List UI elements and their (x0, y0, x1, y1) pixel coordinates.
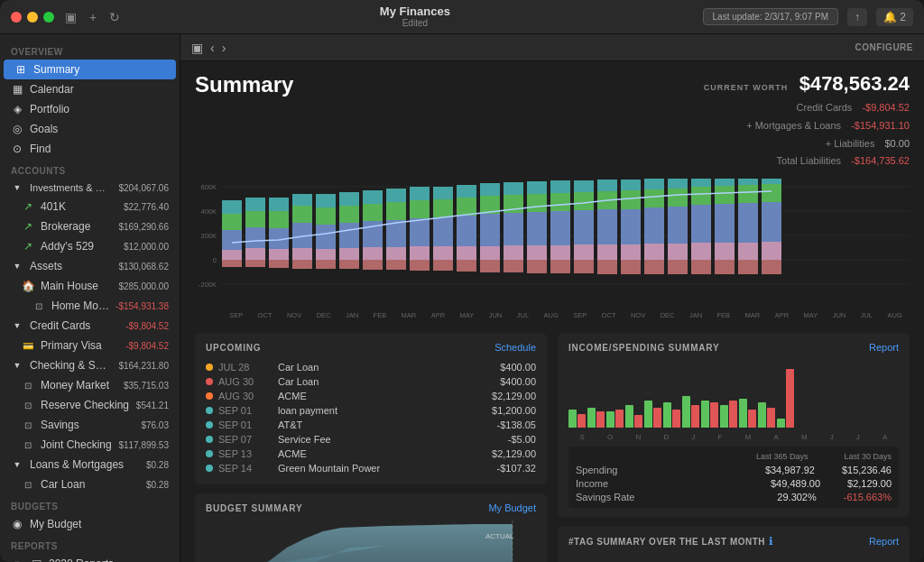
bar-group (720, 401, 737, 428)
upcoming-dot (206, 407, 213, 414)
sidebar-item-carloan[interactable]: ⊡ Car Loan $0.28 (0, 474, 180, 494)
sidebar-item-label: Joint Checking (41, 438, 112, 451)
sidebar-item-savings[interactable]: ⊡ Savings $76.03 (0, 415, 180, 435)
upcoming-date: SEP 13 (218, 448, 273, 459)
svg-rect-18 (269, 249, 289, 260)
tag-info-icon[interactable]: ℹ (769, 535, 773, 548)
sidebar-item-creditcards[interactable]: ▼ Credit Cards -$9,804.52 (0, 316, 180, 336)
svg-text:-200K: -200K (199, 281, 217, 289)
sidebar-toggle-btn[interactable]: ▣ (191, 41, 203, 55)
svg-rect-55 (480, 214, 500, 246)
svg-rect-104 (762, 184, 781, 202)
svg-rect-126 (691, 260, 711, 274)
svg-rect-123 (621, 260, 641, 274)
upcoming-dot (206, 465, 213, 472)
sidebar-item-calendar[interactable]: ▦ Calendar (0, 79, 180, 99)
tag-title-group: #TAG SUMMARY over the last month ℹ (568, 535, 773, 548)
upcoming-name: loan payment (278, 405, 486, 416)
my-budget-link[interactable]: My Budget (488, 502, 536, 513)
sidebar-item-find[interactable]: ⊙ Find (0, 139, 180, 159)
svg-rect-90 (691, 243, 711, 260)
svg-rect-48 (433, 199, 453, 217)
sidebar-item-529[interactable]: ↗ Addy's 529 $12,000.00 (0, 236, 180, 256)
bar-group (625, 405, 642, 428)
sidebar-item-summary[interactable]: ⊞ Summary (4, 60, 176, 79)
brokerage-icon: ↗ (22, 220, 34, 233)
svg-rect-128 (738, 260, 758, 274)
upcoming-item: JUL 28 Car Loan $400.00 (206, 360, 536, 374)
sidebar-item-portfolio[interactable]: ◈ Portfolio (0, 99, 180, 119)
sidebar-item-goals[interactable]: ◎ Goals (0, 119, 180, 139)
sidebar-item-label: My Budget (30, 518, 169, 530)
main-layout: Overview ⊞ Summary ▦ Calendar ◈ Portfoli… (0, 34, 924, 562)
upcoming-amount: -$5.00 (508, 434, 536, 445)
account-value: -$9,804.52 (125, 321, 169, 331)
refresh-icon[interactable]: ↻ (109, 10, 120, 24)
svg-rect-82 (644, 244, 664, 260)
configure-button[interactable]: CONFIGURE (855, 42, 914, 52)
sidebar-item-primaryvisa[interactable]: 💳 Primary Visa -$9,804.52 (0, 336, 180, 355)
sidebar-item-2020reports[interactable]: ▼ ▤ 2020 Reports (0, 554, 180, 562)
upcoming-date: SEP 01 (218, 405, 273, 416)
income-label: Income (576, 478, 608, 489)
schedule-link[interactable]: Schedule (494, 342, 536, 353)
upcoming-date: SEP 14 (218, 463, 273, 474)
svg-rect-98 (738, 243, 758, 260)
sidebar-item-brokerage[interactable]: ↗ Brokerage $169,290.66 (0, 217, 180, 236)
upcoming-panel-header: UPCOMING Schedule (206, 342, 536, 353)
sidebar-toggle-icon[interactable]: ▣ (65, 10, 77, 24)
sidebar-item-reservechecking[interactable]: ⊡ Reserve Checking $541.21 (0, 395, 180, 415)
upload-button[interactable]: ↑ (847, 8, 867, 26)
close-button[interactable] (11, 12, 22, 23)
expand-icon: ▼ (11, 361, 23, 370)
svg-rect-69 (550, 180, 570, 193)
upcoming-amount: $400.00 (500, 376, 536, 387)
income-values: $49,489.00 $2,129.00 (771, 478, 892, 489)
maximize-button[interactable] (43, 12, 54, 23)
tag-summary-panel: #TAG SUMMARY over the last month ℹ Repor… (558, 526, 910, 562)
forward-btn[interactable]: › (222, 41, 226, 55)
expand-icon: ▼ (11, 183, 23, 192)
minimize-button[interactable] (27, 12, 38, 23)
svg-rect-44 (410, 200, 430, 218)
upcoming-name: Service Fee (278, 434, 503, 445)
back-btn[interactable]: ‹ (210, 41, 215, 55)
sidebar-item-jointchecking[interactable]: ⊡ Joint Checking $117,899.53 (0, 435, 180, 455)
add-icon[interactable]: + (89, 10, 97, 24)
sidebar-item-label: Investments & Retirement (30, 182, 112, 193)
svg-rect-24 (292, 206, 312, 223)
account-value: $0.28 (146, 480, 169, 490)
svg-rect-72 (574, 192, 594, 210)
upcoming-dot (206, 436, 213, 443)
svg-rect-71 (574, 210, 594, 244)
upcoming-panel: UPCOMING Schedule JUL 28 Car Loan $400.0… (195, 333, 547, 484)
sidebar-item-label: Goals (30, 123, 169, 135)
sidebar-item-investments[interactable]: ▼ Investments & Retirement $204,067.06 (0, 179, 180, 197)
tag-report-link[interactable]: Report (869, 536, 899, 547)
sidebar-item-assets[interactable]: ▼ Assets $130,068.62 (0, 256, 180, 276)
svg-rect-116 (457, 260, 476, 272)
notification-button[interactable]: 🔔 2 (876, 8, 913, 26)
sidebar-item-label: Summary (33, 63, 165, 76)
sidebar-item-label: 401K (41, 200, 117, 213)
upcoming-item: SEP 01 AT&T -$138.05 (206, 418, 536, 432)
sidebar-item-moneymarket[interactable]: ⊡ Money Market $35,715.03 (0, 375, 180, 395)
sidebar-item-mortgage[interactable]: ⊡ Home Mortgage -$154,931.38 (0, 296, 180, 316)
app-subtitle: Edited (402, 18, 428, 29)
svg-rect-77 (597, 180, 617, 191)
bar-group (758, 402, 775, 428)
svg-rect-34 (363, 247, 383, 260)
spending-30: $15,236.46 (842, 465, 892, 475)
income-report-link[interactable]: Report (869, 342, 899, 353)
svg-rect-38 (386, 247, 406, 260)
savings-30: -615.663% (844, 492, 892, 502)
sidebar-item-loans[interactable]: ▼ Loans & Mortgages $0.28 (0, 455, 180, 474)
sidebar-item-401k[interactable]: ↗ 401K $22,776.40 (0, 197, 180, 217)
sidebar-item-checkingsavings[interactable]: ▼ Checking & Savings $164,231.80 (0, 355, 180, 375)
main-chart: 600K 400K 200K 0 -200K (195, 178, 910, 322)
car-icon: ⊡ (22, 480, 34, 490)
sidebar-item-label: Credit Cards (30, 319, 119, 332)
sidebar-item-mainhouse[interactable]: 🏠 Main House $285,000.00 (0, 276, 180, 296)
sidebar-item-mybudget[interactable]: ◉ My Budget (0, 514, 180, 534)
tag-summary-title: #TAG SUMMARY over the last month (568, 537, 765, 547)
